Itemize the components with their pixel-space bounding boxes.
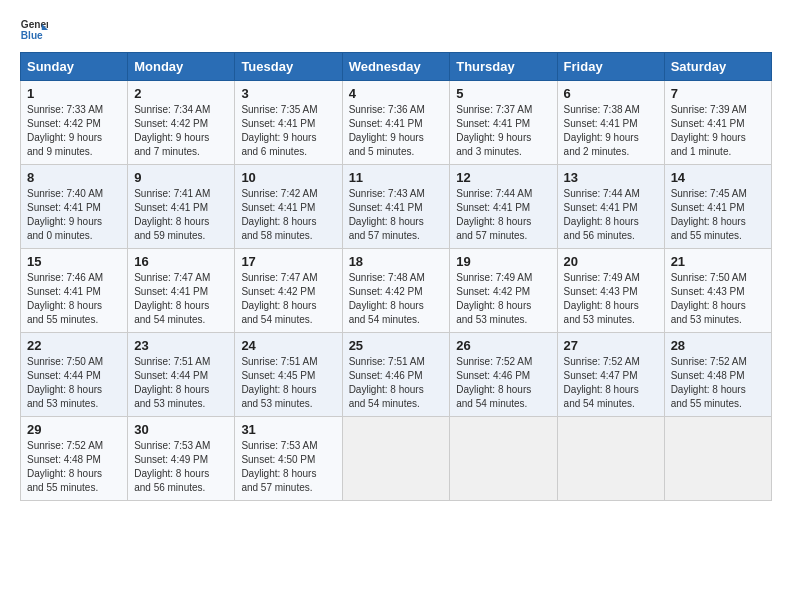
day-number: 30 xyxy=(134,422,228,437)
calendar-week-2: 8Sunrise: 7:40 AM Sunset: 4:41 PM Daylig… xyxy=(21,165,772,249)
day-info: Sunrise: 7:51 AM Sunset: 4:45 PM Dayligh… xyxy=(241,355,335,411)
day-info: Sunrise: 7:44 AM Sunset: 4:41 PM Dayligh… xyxy=(564,187,658,243)
calendar-cell: 22Sunrise: 7:50 AM Sunset: 4:44 PM Dayli… xyxy=(21,333,128,417)
calendar-cell xyxy=(342,417,450,501)
day-number: 5 xyxy=(456,86,550,101)
day-number: 6 xyxy=(564,86,658,101)
calendar-cell: 24Sunrise: 7:51 AM Sunset: 4:45 PM Dayli… xyxy=(235,333,342,417)
calendar-cell xyxy=(450,417,557,501)
day-number: 3 xyxy=(241,86,335,101)
calendar-cell: 29Sunrise: 7:52 AM Sunset: 4:48 PM Dayli… xyxy=(21,417,128,501)
logo-icon: General Blue xyxy=(20,16,48,44)
day-info: Sunrise: 7:44 AM Sunset: 4:41 PM Dayligh… xyxy=(456,187,550,243)
calendar-cell: 12Sunrise: 7:44 AM Sunset: 4:41 PM Dayli… xyxy=(450,165,557,249)
calendar-cell: 16Sunrise: 7:47 AM Sunset: 4:41 PM Dayli… xyxy=(128,249,235,333)
day-number: 22 xyxy=(27,338,121,353)
calendar-cell: 26Sunrise: 7:52 AM Sunset: 4:46 PM Dayli… xyxy=(450,333,557,417)
day-info: Sunrise: 7:52 AM Sunset: 4:47 PM Dayligh… xyxy=(564,355,658,411)
column-header-friday: Friday xyxy=(557,53,664,81)
calendar-cell: 4Sunrise: 7:36 AM Sunset: 4:41 PM Daylig… xyxy=(342,81,450,165)
calendar-week-3: 15Sunrise: 7:46 AM Sunset: 4:41 PM Dayli… xyxy=(21,249,772,333)
day-info: Sunrise: 7:50 AM Sunset: 4:43 PM Dayligh… xyxy=(671,271,765,327)
calendar-week-4: 22Sunrise: 7:50 AM Sunset: 4:44 PM Dayli… xyxy=(21,333,772,417)
day-info: Sunrise: 7:53 AM Sunset: 4:49 PM Dayligh… xyxy=(134,439,228,495)
day-number: 21 xyxy=(671,254,765,269)
column-header-wednesday: Wednesday xyxy=(342,53,450,81)
calendar-cell: 20Sunrise: 7:49 AM Sunset: 4:43 PM Dayli… xyxy=(557,249,664,333)
day-info: Sunrise: 7:43 AM Sunset: 4:41 PM Dayligh… xyxy=(349,187,444,243)
day-number: 26 xyxy=(456,338,550,353)
day-info: Sunrise: 7:37 AM Sunset: 4:41 PM Dayligh… xyxy=(456,103,550,159)
day-number: 23 xyxy=(134,338,228,353)
calendar-cell: 25Sunrise: 7:51 AM Sunset: 4:46 PM Dayli… xyxy=(342,333,450,417)
day-number: 15 xyxy=(27,254,121,269)
day-info: Sunrise: 7:34 AM Sunset: 4:42 PM Dayligh… xyxy=(134,103,228,159)
day-info: Sunrise: 7:47 AM Sunset: 4:41 PM Dayligh… xyxy=(134,271,228,327)
logo: General Blue xyxy=(20,16,52,44)
column-header-monday: Monday xyxy=(128,53,235,81)
calendar-cell: 19Sunrise: 7:49 AM Sunset: 4:42 PM Dayli… xyxy=(450,249,557,333)
calendar-header: SundayMondayTuesdayWednesdayThursdayFrid… xyxy=(21,53,772,81)
day-info: Sunrise: 7:50 AM Sunset: 4:44 PM Dayligh… xyxy=(27,355,121,411)
day-info: Sunrise: 7:40 AM Sunset: 4:41 PM Dayligh… xyxy=(27,187,121,243)
day-info: Sunrise: 7:38 AM Sunset: 4:41 PM Dayligh… xyxy=(564,103,658,159)
calendar-cell: 17Sunrise: 7:47 AM Sunset: 4:42 PM Dayli… xyxy=(235,249,342,333)
svg-text:Blue: Blue xyxy=(21,30,43,41)
day-number: 25 xyxy=(349,338,444,353)
day-number: 24 xyxy=(241,338,335,353)
day-number: 14 xyxy=(671,170,765,185)
day-info: Sunrise: 7:41 AM Sunset: 4:41 PM Dayligh… xyxy=(134,187,228,243)
day-number: 11 xyxy=(349,170,444,185)
day-number: 1 xyxy=(27,86,121,101)
day-number: 10 xyxy=(241,170,335,185)
calendar-cell: 9Sunrise: 7:41 AM Sunset: 4:41 PM Daylig… xyxy=(128,165,235,249)
calendar-cell: 18Sunrise: 7:48 AM Sunset: 4:42 PM Dayli… xyxy=(342,249,450,333)
column-header-sunday: Sunday xyxy=(21,53,128,81)
day-number: 12 xyxy=(456,170,550,185)
day-info: Sunrise: 7:52 AM Sunset: 4:46 PM Dayligh… xyxy=(456,355,550,411)
day-info: Sunrise: 7:52 AM Sunset: 4:48 PM Dayligh… xyxy=(27,439,121,495)
calendar-cell xyxy=(557,417,664,501)
calendar-cell: 5Sunrise: 7:37 AM Sunset: 4:41 PM Daylig… xyxy=(450,81,557,165)
calendar-cell: 28Sunrise: 7:52 AM Sunset: 4:48 PM Dayli… xyxy=(664,333,771,417)
day-info: Sunrise: 7:47 AM Sunset: 4:42 PM Dayligh… xyxy=(241,271,335,327)
day-info: Sunrise: 7:49 AM Sunset: 4:42 PM Dayligh… xyxy=(456,271,550,327)
day-info: Sunrise: 7:33 AM Sunset: 4:42 PM Dayligh… xyxy=(27,103,121,159)
day-info: Sunrise: 7:48 AM Sunset: 4:42 PM Dayligh… xyxy=(349,271,444,327)
calendar-cell: 3Sunrise: 7:35 AM Sunset: 4:41 PM Daylig… xyxy=(235,81,342,165)
calendar-cell: 15Sunrise: 7:46 AM Sunset: 4:41 PM Dayli… xyxy=(21,249,128,333)
page-header: General Blue xyxy=(20,16,772,44)
day-number: 4 xyxy=(349,86,444,101)
day-number: 28 xyxy=(671,338,765,353)
column-header-thursday: Thursday xyxy=(450,53,557,81)
day-info: Sunrise: 7:42 AM Sunset: 4:41 PM Dayligh… xyxy=(241,187,335,243)
day-number: 17 xyxy=(241,254,335,269)
calendar-week-5: 29Sunrise: 7:52 AM Sunset: 4:48 PM Dayli… xyxy=(21,417,772,501)
calendar-cell: 23Sunrise: 7:51 AM Sunset: 4:44 PM Dayli… xyxy=(128,333,235,417)
calendar-week-1: 1Sunrise: 7:33 AM Sunset: 4:42 PM Daylig… xyxy=(21,81,772,165)
day-number: 9 xyxy=(134,170,228,185)
day-info: Sunrise: 7:51 AM Sunset: 4:46 PM Dayligh… xyxy=(349,355,444,411)
column-header-saturday: Saturday xyxy=(664,53,771,81)
calendar-cell: 14Sunrise: 7:45 AM Sunset: 4:41 PM Dayli… xyxy=(664,165,771,249)
day-number: 18 xyxy=(349,254,444,269)
day-number: 27 xyxy=(564,338,658,353)
day-number: 16 xyxy=(134,254,228,269)
day-info: Sunrise: 7:53 AM Sunset: 4:50 PM Dayligh… xyxy=(241,439,335,495)
day-number: 7 xyxy=(671,86,765,101)
day-info: Sunrise: 7:39 AM Sunset: 4:41 PM Dayligh… xyxy=(671,103,765,159)
calendar-table: SundayMondayTuesdayWednesdayThursdayFrid… xyxy=(20,52,772,501)
day-number: 31 xyxy=(241,422,335,437)
day-info: Sunrise: 7:52 AM Sunset: 4:48 PM Dayligh… xyxy=(671,355,765,411)
day-number: 8 xyxy=(27,170,121,185)
calendar-cell: 7Sunrise: 7:39 AM Sunset: 4:41 PM Daylig… xyxy=(664,81,771,165)
calendar-cell: 8Sunrise: 7:40 AM Sunset: 4:41 PM Daylig… xyxy=(21,165,128,249)
calendar-cell: 2Sunrise: 7:34 AM Sunset: 4:42 PM Daylig… xyxy=(128,81,235,165)
calendar-cell: 13Sunrise: 7:44 AM Sunset: 4:41 PM Dayli… xyxy=(557,165,664,249)
calendar-cell: 27Sunrise: 7:52 AM Sunset: 4:47 PM Dayli… xyxy=(557,333,664,417)
day-number: 29 xyxy=(27,422,121,437)
day-number: 19 xyxy=(456,254,550,269)
day-info: Sunrise: 7:46 AM Sunset: 4:41 PM Dayligh… xyxy=(27,271,121,327)
column-header-tuesday: Tuesday xyxy=(235,53,342,81)
day-info: Sunrise: 7:49 AM Sunset: 4:43 PM Dayligh… xyxy=(564,271,658,327)
